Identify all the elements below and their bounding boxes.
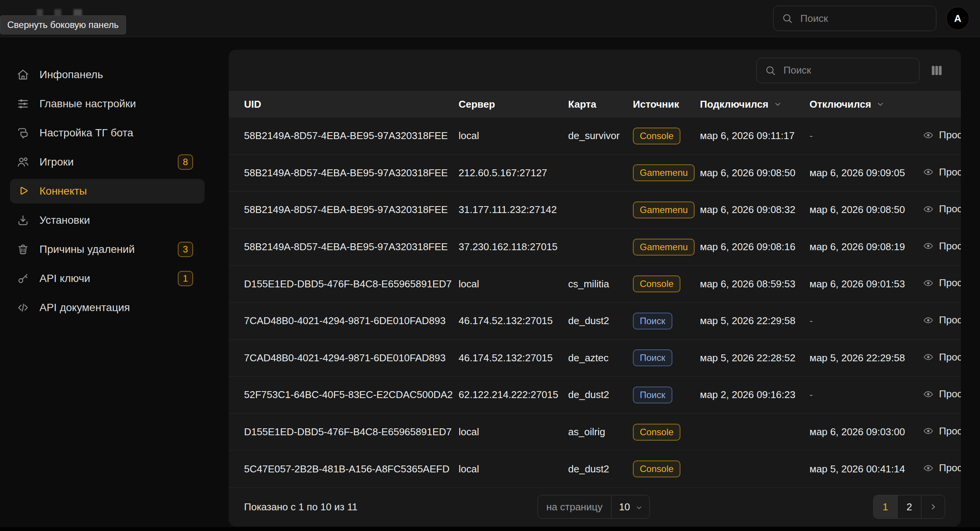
view-button-label: Просмотр — [939, 351, 961, 363]
sidebar-item-2[interactable]: Настройка ТГ бота — [10, 121, 205, 145]
source-badge: Поиск — [633, 349, 672, 366]
cell-server: 46.174.52.132:27015 — [459, 315, 568, 327]
cell-source: Console — [633, 461, 700, 477]
columns-icon[interactable] — [930, 64, 943, 77]
table-row: 58B2149A-8D57-4EBA-BE95-97A320318FEE31.1… — [229, 192, 961, 229]
cell-server: 62.122.214.222:27015 — [459, 389, 568, 401]
view-button[interactable]: Просмотр — [922, 277, 961, 289]
sidebar-item-3[interactable]: Игроки8 — [10, 150, 205, 174]
sidebar-item-label: Инфопанель — [39, 69, 103, 81]
cell-connected: мар 6, 2026 09:08:50 — [700, 167, 810, 179]
cell-connected: мар 6, 2026 09:08:32 — [700, 204, 810, 216]
sidebar-badge: 3 — [178, 242, 193, 257]
per-page-select[interactable]: на страницу 10 — [538, 495, 650, 519]
source-badge: Поиск — [633, 313, 672, 329]
sidebar-item-6[interactable]: Причины удалений3 — [10, 237, 205, 262]
cell-server: local — [459, 426, 568, 438]
view-button[interactable]: Просмотр — [922, 462, 961, 474]
avatar[interactable]: A — [946, 7, 969, 30]
cell-uid: 58B2149A-8D57-4EBA-BE95-97A320318FEE — [244, 130, 459, 142]
pagination-summary: Показано с 1 по 10 из 11 — [244, 501, 357, 513]
column-header-UID: UID — [244, 98, 459, 110]
cell-uid: 7CAD48B0-4021-4294-9871-6DE010FAD893 — [244, 352, 459, 364]
source-badge: Console — [633, 275, 680, 292]
sidebar-item-1[interactable]: Главные настройки — [10, 92, 205, 116]
table-footer: Показано с 1 по 10 из 11 на страницу 10 … — [229, 488, 961, 526]
sidebar-item-label: API ключи — [39, 272, 90, 285]
sidebar-item-8[interactable]: API документация — [10, 295, 205, 320]
column-header-Сервер: Сервер — [459, 98, 568, 110]
download-icon — [16, 214, 29, 227]
connects-table-card: UIDСерверКартаИсточникПодключилсяОтключи… — [229, 50, 961, 526]
sidebar-item-label: Игроки — [39, 156, 74, 168]
eye-icon — [922, 167, 934, 177]
cell-connected: мар 6, 2026 08:59:53 — [700, 278, 810, 290]
sidebar-item-7[interactable]: API ключи1 — [10, 266, 205, 291]
cell-uid: 58B2149A-8D57-4EBA-BE95-97A320318FEE — [244, 204, 459, 216]
view-button-label: Просмотр — [939, 462, 961, 474]
sidebar-item-label: Коннекты — [39, 185, 87, 197]
trash-icon — [16, 243, 29, 256]
page-button-1[interactable]: 1 — [873, 495, 897, 518]
sidebar-item-5[interactable]: Установки — [10, 208, 205, 233]
table-header: UIDСерверКартаИсточникПодключилсяОтключи… — [229, 91, 961, 118]
next-page-button[interactable] — [921, 495, 945, 518]
cell-uid: D155E1ED-DBD5-476F-B4C8-E65965891ED7 — [244, 426, 459, 438]
sidebar-item-label: API документация — [39, 302, 130, 314]
eye-icon — [922, 389, 934, 399]
cell-uid: 58B2149A-8D57-4EBA-BE95-97A320318FEE — [244, 241, 459, 253]
source-badge: Gamemenu — [633, 164, 695, 181]
view-button[interactable]: Просмотр — [922, 314, 961, 326]
cell-server: local — [459, 130, 568, 142]
column-header-Подключился[interactable]: Подключился — [700, 98, 810, 110]
cell-actions: Просмотр — [922, 425, 961, 439]
column-header-Источник: Источник — [633, 98, 700, 110]
cell-source: Console — [633, 275, 700, 292]
cell-uid: D155E1ED-DBD5-476F-B4C8-E65965891ED7 — [244, 278, 459, 290]
global-search[interactable] — [773, 6, 936, 31]
table-search[interactable] — [756, 58, 919, 83]
chevron-down-icon — [773, 100, 782, 109]
eye-icon — [922, 426, 934, 436]
topbar: Свернуть боковую панель A — [0, 0, 980, 37]
view-button-label: Просмотр — [939, 425, 961, 437]
view-button[interactable]: Просмотр — [922, 351, 961, 363]
table-row: 58B2149A-8D57-4EBA-BE95-97A320318FEE212.… — [229, 155, 961, 192]
cell-connected: мар 6, 2026 09:11:17 — [700, 130, 810, 142]
eye-icon — [922, 352, 934, 362]
view-button[interactable]: Просмотр — [922, 425, 961, 437]
cell-source: Поиск — [633, 349, 700, 366]
sidebar-item-label: Установки — [39, 214, 90, 226]
cell-disconnected: - — [810, 130, 922, 142]
source-badge: Gamemenu — [633, 202, 695, 218]
cell-actions: Просмотр — [922, 277, 961, 291]
cell-map: cs_militia — [568, 278, 633, 290]
cell-disconnected: мар 6, 2026 09:03:00 — [810, 426, 922, 438]
sidebar-item-label: Главные настройки — [39, 98, 136, 110]
column-header-Отключился[interactable]: Отключился — [810, 98, 922, 110]
source-badge: Поиск — [633, 387, 672, 403]
eye-icon — [922, 315, 934, 325]
global-search-input[interactable] — [800, 12, 928, 25]
cell-connected: мар 5, 2026 22:28:52 — [700, 352, 810, 364]
cell-server: 46.174.52.132:27015 — [459, 352, 568, 364]
view-button[interactable]: Просмотр — [922, 240, 961, 252]
cell-server: local — [459, 463, 568, 475]
cell-connected: мар 2, 2026 09:16:23 — [700, 389, 810, 401]
view-button[interactable]: Просмотр — [922, 166, 961, 178]
view-button[interactable]: Просмотр — [922, 388, 961, 400]
cell-disconnected: мар 6, 2026 09:01:53 — [810, 278, 922, 290]
main-content: UIDСерверКартаИсточникПодключилсяОтключи… — [215, 38, 980, 531]
home-icon — [16, 68, 29, 81]
code-icon — [16, 301, 29, 314]
table-search-input[interactable] — [783, 64, 911, 77]
cell-connected: мар 6, 2026 09:08:16 — [700, 241, 810, 253]
page-button-2[interactable]: 2 — [897, 495, 921, 518]
cell-server: 31.177.111.232:27142 — [459, 204, 568, 216]
view-button[interactable]: Просмотр — [922, 129, 961, 141]
cell-actions: Просмотр — [922, 166, 961, 180]
sidebar-item-4[interactable]: Коннекты — [10, 179, 205, 203]
eye-icon — [922, 278, 934, 288]
view-button[interactable]: Просмотр — [922, 203, 961, 215]
sidebar-item-0[interactable]: Инфопанель — [10, 62, 205, 87]
